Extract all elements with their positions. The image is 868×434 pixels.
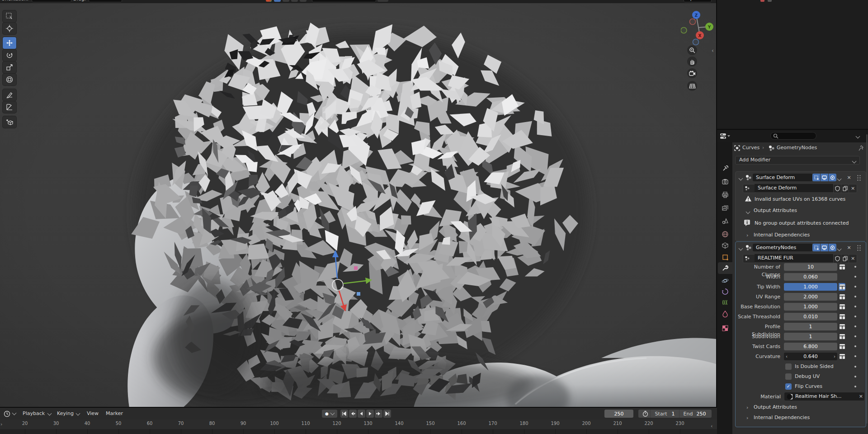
- realtime-display-icon[interactable]: [821, 174, 828, 181]
- decorate-dot-icon[interactable]: [854, 355, 856, 357]
- camera-view-icon[interactable]: [687, 68, 697, 78]
- modifier-close-icon[interactable]: ×: [845, 244, 853, 251]
- decorate-dot-icon[interactable]: [854, 376, 856, 377]
- section-chevron-icon[interactable]: ›: [746, 232, 748, 238]
- node-group-name-field[interactable]: Surface Deform: [755, 184, 840, 192]
- tab-scene[interactable]: [718, 215, 732, 227]
- param-slider-tip-width[interactable]: 1.000: [784, 283, 837, 291]
- param-slider-number-of-clumps[interactable]: 10: [784, 263, 837, 271]
- tool-annotate[interactable]: [3, 89, 16, 101]
- decorate-dot-icon[interactable]: [854, 366, 856, 368]
- breadcrumb-modifier[interactable]: GeometryNodes: [777, 145, 817, 151]
- decorate-dot-icon[interactable]: [854, 345, 856, 347]
- unlink-icon[interactable]: ×: [849, 184, 857, 193]
- tool-add-cube[interactable]: [3, 116, 16, 128]
- decorate-dot-icon[interactable]: [854, 326, 856, 327]
- node-group-name-field[interactable]: REALTIME FUR: [755, 254, 840, 262]
- previous-keyframe-button[interactable]: [349, 410, 357, 418]
- edit-mode-display-icon[interactable]: [812, 244, 820, 251]
- 3d-viewport[interactable]: Z Y X ‹: [0, 3, 717, 408]
- input-attribute-toggle-icon[interactable]: [839, 323, 845, 330]
- preview-range-stopwatch-icon[interactable]: [642, 410, 648, 417]
- decorate-dot-icon[interactable]: [854, 335, 856, 337]
- tool-scale[interactable]: [3, 61, 16, 73]
- gizmo-toggle-icon[interactable]: [291, 0, 298, 2]
- play-button[interactable]: [366, 410, 374, 418]
- menu-view[interactable]: View: [85, 410, 100, 418]
- decorate-dot-icon[interactable]: [854, 266, 856, 268]
- tab-render[interactable]: [718, 176, 732, 188]
- param-slider-uv-range[interactable]: 2.000: [784, 293, 837, 301]
- render-display-icon[interactable]: [829, 174, 836, 181]
- param-slider-scale-threashold[interactable]: 0.010: [784, 313, 837, 321]
- decorate-dot-icon[interactable]: [854, 286, 856, 288]
- input-attribute-toggle-icon[interactable]: [839, 263, 845, 271]
- realtime-display-icon[interactable]: [821, 244, 828, 251]
- checkbox-flip-curves[interactable]: ✓: [785, 383, 792, 390]
- param-slider-profile-subdivision[interactable]: 1: [784, 323, 837, 330]
- modifier-name-field[interactable]: GeometryNodes: [753, 244, 812, 251]
- search-input[interactable]: [770, 132, 816, 140]
- edit-mode-display-icon[interactable]: [812, 174, 820, 181]
- tool-rotate[interactable]: [3, 49, 16, 61]
- next-keyframe-button[interactable]: [375, 410, 382, 418]
- add-modifier-button[interactable]: Add Modifier: [735, 156, 860, 165]
- checkbox-debug-uv[interactable]: [785, 373, 792, 380]
- material-unlink-icon[interactable]: ×: [859, 392, 863, 400]
- pan-hand-icon[interactable]: [687, 57, 697, 66]
- navigation-gizmo[interactable]: Z Y X: [681, 9, 714, 49]
- modifier-extras-chevron-icon[interactable]: [838, 246, 841, 252]
- orientation-dropdown[interactable]: Default: [32, 0, 71, 2]
- tab-output[interactable]: [718, 189, 732, 201]
- tab-texture[interactable]: [718, 322, 732, 334]
- orthographic-grid-icon[interactable]: [687, 81, 697, 91]
- tab-physics[interactable]: [718, 275, 732, 287]
- tab-object[interactable]: [718, 251, 732, 263]
- editor-type-button[interactable]: [720, 132, 731, 141]
- tab-constraints[interactable]: [718, 286, 732, 297]
- input-attribute-toggle-icon[interactable]: [839, 303, 845, 311]
- menu-playback[interactable]: Playback: [21, 410, 53, 418]
- drag-grip-icon[interactable]: [857, 175, 861, 181]
- tab-collection[interactable]: [718, 240, 732, 251]
- breadcrumb-object[interactable]: Curves: [742, 145, 760, 151]
- node-group-browse-button[interactable]: [743, 184, 755, 193]
- tab-tool[interactable]: [718, 163, 732, 175]
- header-menu-chevron-icon[interactable]: [856, 133, 859, 139]
- menu-keying[interactable]: Keying: [55, 410, 81, 418]
- tool-cursor[interactable]: [3, 23, 16, 34]
- input-attribute-toggle-icon[interactable]: [839, 283, 845, 291]
- modifier-name-field[interactable]: Surface Deform: [753, 174, 812, 181]
- collapse-chevron-icon[interactable]: [739, 175, 742, 181]
- param-slider-base-resolution[interactable]: 1.000: [784, 303, 837, 311]
- section-internal-dependencies[interactable]: Internal Dependencies: [754, 232, 810, 238]
- decorate-dot-icon[interactable]: [854, 296, 856, 297]
- timeline-track[interactable]: [0, 429, 717, 434]
- section-chevron-icon[interactable]: ›: [746, 415, 748, 421]
- play-reverse-button[interactable]: [358, 410, 365, 418]
- decorate-dot-icon[interactable]: [854, 306, 856, 307]
- material-field[interactable]: Realtime Hair Sh... ×: [784, 392, 864, 401]
- jump-to-end-button[interactable]: [383, 410, 391, 418]
- pin-icon[interactable]: [858, 145, 864, 151]
- section-output-attributes[interactable]: Output Attributes: [754, 404, 797, 410]
- snap-mode-icon[interactable]: [283, 0, 289, 2]
- end-frame-field[interactable]: 250: [696, 411, 709, 417]
- tab-view-layer[interactable]: [718, 202, 732, 214]
- unlink-icon[interactable]: ×: [849, 254, 857, 263]
- current-frame-field[interactable]: 250: [604, 410, 633, 418]
- sidebar-collapse-icon[interactable]: ‹: [712, 47, 714, 54]
- tab-particles[interactable]: [718, 297, 732, 308]
- input-attribute-toggle-icon[interactable]: [839, 333, 845, 340]
- input-attribute-toggle-icon[interactable]: [839, 343, 845, 350]
- timeline-editor-type-button[interactable]: [4, 410, 20, 418]
- outliner-panel[interactable]: [717, 0, 868, 129]
- tool-select-box[interactable]: [3, 10, 16, 22]
- header-search-field[interactable]: [312, 0, 376, 2]
- jump-to-start-button[interactable]: [340, 410, 348, 418]
- param-slider-subdivision[interactable]: 1: [784, 333, 837, 340]
- section-chevron-icon[interactable]: [746, 209, 750, 215]
- decorate-dot-icon[interactable]: [854, 276, 856, 278]
- decorate-dot-icon[interactable]: [854, 386, 856, 387]
- node-group-browse-button[interactable]: [743, 254, 755, 263]
